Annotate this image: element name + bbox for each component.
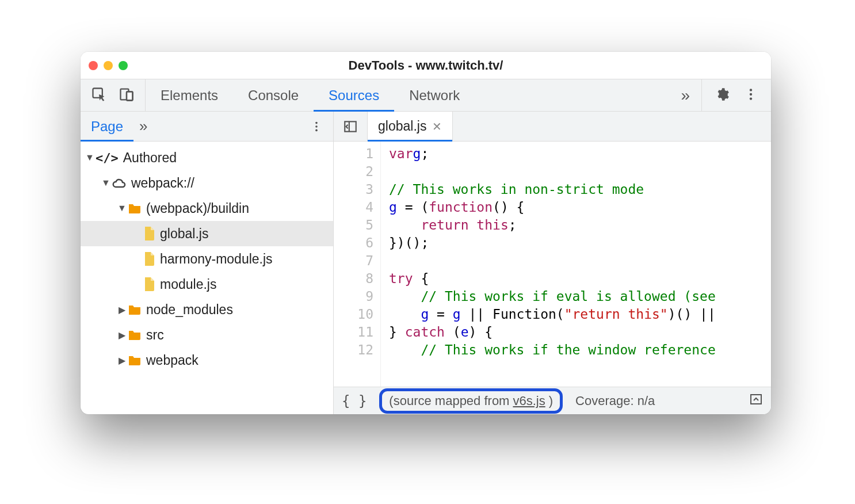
more-options-icon[interactable]: [743, 87, 758, 104]
titlebar: DevTools - www.twitch.tv/: [81, 52, 771, 79]
tab-sources[interactable]: Sources: [314, 79, 394, 111]
tab-console[interactable]: Console: [233, 79, 314, 111]
svg-point-6: [750, 97, 752, 100]
more-tabs-button[interactable]: »: [669, 79, 701, 111]
toggle-drawer-icon[interactable]: [749, 392, 763, 410]
close-tab-icon[interactable]: ✕: [432, 120, 442, 133]
svg-rect-12: [751, 395, 761, 404]
tree-file-harmony-module-js[interactable]: harmony-module.js: [81, 246, 333, 272]
devtools-window: DevTools - www.twitch.tv/ ElementsConsol…: [81, 52, 771, 414]
tree-authored[interactable]: ▼</>Authored: [81, 145, 333, 170]
tree-webpack-root[interactable]: ▼webpack://: [81, 170, 333, 196]
source-map-link[interactable]: v6s.js: [513, 394, 545, 408]
inspect-element-icon[interactable]: [91, 86, 107, 105]
source-map-indicator[interactable]: (source mapped from v6s.js): [379, 388, 563, 414]
sidebar-more-tabs[interactable]: »: [133, 112, 153, 141]
tab-network[interactable]: Network: [394, 79, 475, 111]
editor-pane: global.js ✕ 123456789101112 varg; // Thi…: [334, 112, 771, 414]
sidebar-tab-page[interactable]: Page: [81, 112, 133, 141]
window-controls: [89, 61, 128, 70]
window-title: DevTools - www.twitch.tv/: [81, 58, 771, 73]
zoom-window-button[interactable]: [119, 61, 128, 70]
settings-gear-icon[interactable]: [715, 87, 730, 104]
svg-point-9: [315, 129, 318, 131]
file-tab-global-js[interactable]: global.js ✕: [368, 112, 453, 141]
toggle-navigator-icon[interactable]: [334, 112, 368, 141]
device-toolbar-icon[interactable]: [119, 86, 135, 105]
tab-elements[interactable]: Elements: [146, 79, 233, 111]
tree-folder-node_modules[interactable]: ▶node_modules: [81, 297, 333, 322]
tree-file-module-js[interactable]: module.js: [81, 272, 333, 297]
svg-point-7: [315, 121, 318, 124]
svg-rect-2: [127, 91, 133, 100]
sidebar-options-icon[interactable]: [304, 112, 329, 141]
tree-folder-buildin[interactable]: ▼(webpack)/buildin: [81, 196, 333, 221]
file-tree: ▼</>Authored▼webpack://▼(webpack)/buildi…: [81, 142, 333, 414]
svg-point-4: [750, 89, 752, 91]
pretty-print-icon[interactable]: { }: [342, 393, 367, 409]
navigator-sidebar: Page » ▼</>Authored▼webpack://▼(webpack)…: [81, 112, 334, 414]
tree-folder-webpack[interactable]: ▶webpack: [81, 348, 333, 373]
line-gutter: 123456789101112: [334, 142, 381, 387]
svg-point-8: [315, 125, 318, 128]
file-tab-label: global.js: [378, 119, 426, 134]
tree-file-global-js[interactable]: global.js: [81, 221, 333, 246]
code-area[interactable]: varg; // This works in non-strict mode g…: [381, 142, 771, 387]
close-window-button[interactable]: [89, 61, 98, 70]
coverage-status: Coverage: n/a: [575, 394, 655, 408]
main-tab-strip: ElementsConsoleSourcesNetwork »: [81, 79, 771, 112]
svg-point-5: [750, 93, 752, 95]
tree-folder-src[interactable]: ▶src: [81, 322, 333, 348]
editor-statusbar: { } (source mapped from v6s.js) Coverage…: [334, 387, 771, 414]
minimize-window-button[interactable]: [104, 61, 113, 70]
